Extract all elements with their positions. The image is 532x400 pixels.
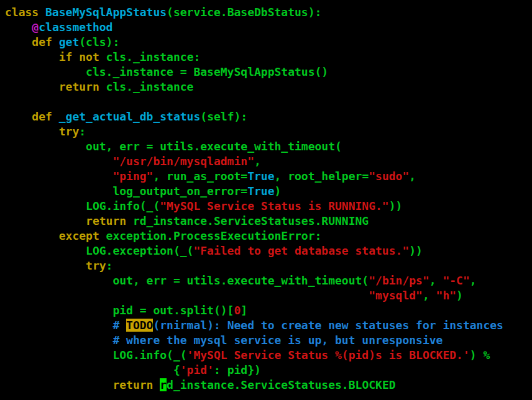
code-token: : pid}) [214,363,261,376]
todo-highlight: TODO [126,319,153,332]
code-token: ) % [470,348,490,361]
code-token [5,259,86,272]
code-token: LOG.info(_( [5,348,187,361]
code-token: return [59,80,99,93]
code-token: LOG.exception(_( [5,244,193,257]
code-token: cls._instance: [99,50,201,63]
code-line: log_output_on_error=True) [5,184,532,199]
code-token: , [470,274,477,287]
code-token [5,20,32,34]
code-line: return cls._instance [5,80,532,94]
code-token: if [59,50,73,63]
code-token: cls._instance = BaseMySqlAppStatus() [5,65,328,78]
code-token: , root_helper= [275,170,369,183]
code-token: "/usr/bin/mysqladmin" [112,155,254,168]
code-line: # TODO(rnirmal): Need to create new stat… [5,318,532,333]
code-token: "/bin/ps" [369,274,429,287]
code-token [5,229,59,242]
code-line: return rd_instance.ServiceStatuses.BLOCK… [5,378,532,393]
code-token: 'MySQL Service Status %(pid)s is BLOCKED… [187,348,470,361]
code-token: , run_as_root= [153,170,247,183]
code-line: return rd_instance.ServiceStatuses.RUNNI… [5,214,532,229]
code-token: def [32,35,52,48]
code-token [5,155,112,168]
code-line: try: [5,124,532,139]
code-token: )) [389,199,403,212]
code-token: get [59,35,80,48]
code-token: True [247,184,274,198]
code-token [5,110,32,123]
code-token: _get_actual_db_status [59,110,201,123]
code-line: class BaseMySqlAppStatus(service.BaseDbS… [5,5,532,20]
code-token [5,334,112,347]
code-token: )) [409,244,423,257]
code-token [5,319,112,332]
code-line: try: [5,258,532,273]
code-token [5,378,112,391]
code-line: out, err = utils.execute_with_timeout( [5,139,532,154]
code-line: LOG.info(_("MySQL Service Status is RUNN… [5,199,532,214]
code-token: , [423,289,436,302]
code-token: , [409,170,416,183]
code-line: pid = out.split()[0] [5,303,532,318]
code-line: LOG.exception(_("Failed to get database … [5,243,532,258]
code-line: # where the mysql service is up, but unr… [5,333,532,348]
text-cursor: r [160,378,167,391]
code-token: except [59,229,99,242]
code-line: def _get_actual_db_status(self): [5,109,532,124]
code-editor[interactable]: class BaseMySqlAppStatus(service.BaseDbS… [0,0,532,400]
code-token [39,6,45,19]
code-comment: (rnirmal): Need to create new statuses f… [153,319,503,332]
code-line: except exception.ProcessExecutionError: [5,229,532,243]
code-line: "ping", run_as_root=True, root_helper="s… [5,169,532,184]
code-token [52,35,59,48]
code-token: "h" [436,289,457,302]
code-token: ) [275,184,282,198]
code-token: (service.BaseDbStatus): [167,6,321,19]
code-token: BaseMySqlAppStatus [45,6,167,19]
code-token: return [112,378,153,391]
code-token: class [5,6,39,19]
code-token: "MySQL Service Status is RUNNING." [160,199,388,212]
code-token: "mysqld" [369,289,423,302]
code-token [5,170,112,183]
code-token [5,35,32,48]
code-token: pid = out.split()[ [5,304,234,317]
code-token [153,378,160,391]
code-token [5,289,369,302]
code-token: return [86,214,126,227]
code-token [5,214,86,227]
code-token: rd_instance.ServiceStatuses.RUNNING [126,214,369,227]
code-token [5,125,59,138]
code-token: def [32,110,52,123]
code-token: True [247,170,274,183]
code-token: not [79,50,99,63]
code-token: "Failed to get database status." [193,244,409,257]
code-token: "sudo" [369,170,409,183]
code-line: "mysqld", "h") [5,288,532,303]
code-token: try [86,259,106,272]
code-token: 'pid' [180,363,214,376]
code-token: try [59,125,80,138]
code-line: if not cls._instance: [5,50,532,65]
code-line: LOG.info(_('MySQL Service Status %(pid)s… [5,348,532,363]
code-token [72,50,79,63]
code-token [5,80,59,93]
code-token: @ [32,20,39,34]
code-token [5,50,59,63]
code-comment: # where the mysql service is up, but unr… [112,334,443,347]
code-token: out, err = utils.execute_with_timeout( [5,274,369,287]
code-token: classmethod [39,20,112,34]
code-token: , [429,274,443,287]
code-line: {'pid': pid}) [5,363,532,378]
code-line: def get(cls): [5,35,532,50]
code-token: { [173,363,180,376]
code-token: d_instance.ServiceStatuses.BLOCKED [167,378,395,391]
code-line: "/usr/bin/mysqladmin", [5,154,532,169]
code-token: (self): [200,110,247,123]
code-token [5,363,173,376]
code-token: LOG.info(_( [5,199,160,212]
code-token: ] [241,304,247,317]
code-token: : [106,259,113,272]
code-line: @classmethod [5,20,532,35]
